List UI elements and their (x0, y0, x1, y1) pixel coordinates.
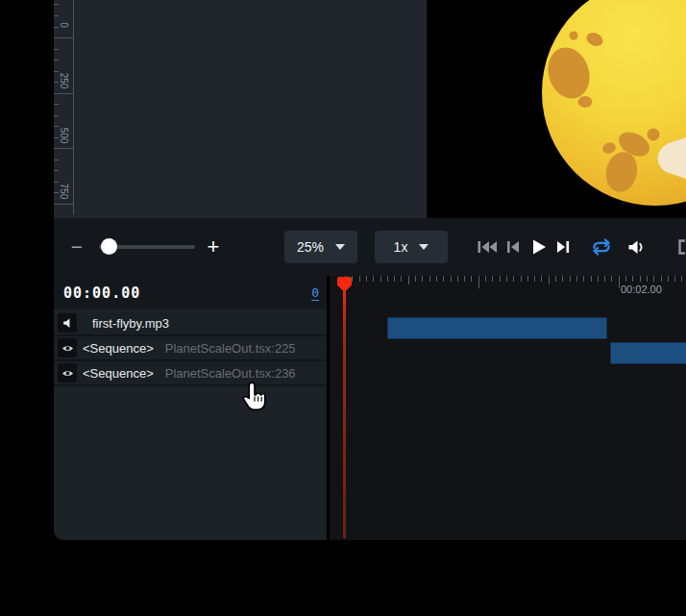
chevron-down-icon (335, 244, 345, 250)
clip-bar[interactable] (610, 342, 686, 364)
video-frame (427, 0, 686, 218)
zoom-slider-handle[interactable] (101, 238, 117, 255)
ruler-label: 250 (52, 69, 75, 92)
planet-graphic (427, 0, 686, 218)
timeline-canvas[interactable]: 00:02.00 (330, 276, 686, 540)
speaker-icon[interactable] (58, 313, 77, 333)
track-label: <Sequence> (83, 341, 154, 356)
timeline-track-panel: 00:00.00 0 first-flyby.mp3<Sequence>Plan… (54, 276, 327, 540)
track-source-ref: PlanetScaleOut.tsx:225 (165, 341, 296, 356)
ruler-label: 500 (52, 124, 75, 147)
zoom-level-value: 25% (297, 239, 324, 255)
timecode-display: 00:00.00 (63, 284, 140, 302)
preview-area: 0250500750 (54, 0, 686, 218)
play-button[interactable] (528, 237, 548, 257)
track-label: first-flyby.mp3 (92, 316, 169, 331)
timeline-header: 00:00.00 0 (54, 276, 327, 309)
track-row[interactable]: <Sequence>PlanetScaleOut.tsx:236 (54, 361, 327, 386)
ruler-label: 0 (52, 13, 75, 37)
eye-icon[interactable] (58, 363, 77, 382)
vertical-ruler: 0250500750 (54, 0, 74, 214)
chevron-down-icon (419, 244, 429, 250)
playhead[interactable] (337, 276, 354, 540)
eye-icon[interactable] (58, 338, 77, 357)
loop-toggle[interactable] (590, 236, 613, 258)
track-list: first-flyby.mp3<Sequence>PlanetScaleOut.… (54, 311, 327, 386)
fullscreen-button[interactable] (675, 237, 686, 257)
track-row[interactable]: first-flyby.mp3 (54, 311, 327, 336)
studio-app: 0250500750 (0, 0, 686, 616)
frame-indicator-link[interactable]: 0 (311, 285, 319, 300)
zoom-slider[interactable] (99, 245, 195, 249)
clip-bar[interactable] (387, 317, 607, 339)
ruler-time-label: 00:02.00 (621, 283, 662, 295)
playback-rate-select[interactable]: 1x (375, 231, 448, 263)
skip-to-start-button[interactable] (477, 237, 498, 257)
playback-toolbar: − + 25% 1x (54, 218, 686, 276)
zoom-in-button[interactable]: + (200, 218, 227, 276)
track-source-ref: PlanetScaleOut.tsx:236 (165, 366, 296, 381)
zoom-level-select[interactable]: 25% (284, 231, 357, 263)
next-frame-button[interactable] (553, 237, 573, 257)
ruler-label: 750 (52, 180, 75, 203)
zoom-out-button[interactable]: − (63, 218, 90, 276)
track-row[interactable]: <Sequence>PlanetScaleOut.tsx:225 (54, 336, 327, 361)
track-label: <Sequence> (83, 366, 154, 381)
volume-button[interactable] (625, 237, 646, 257)
previous-frame-button[interactable] (504, 237, 522, 257)
playback-rate-value: 1x (394, 239, 408, 255)
playhead-line (343, 289, 346, 538)
